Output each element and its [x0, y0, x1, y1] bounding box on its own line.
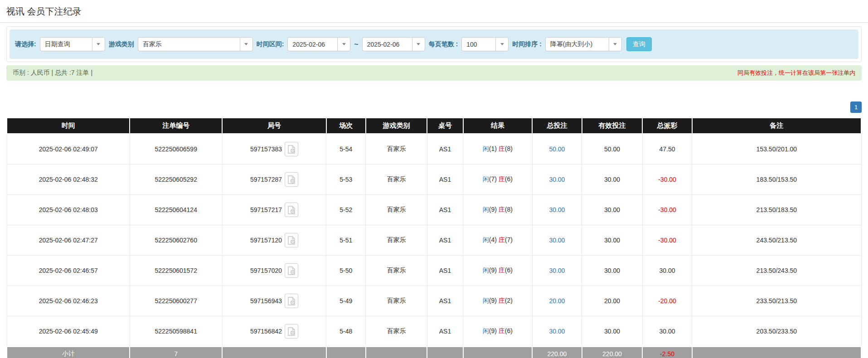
bet-time: 2025-02-06 02:49:07 — [7, 134, 130, 164]
subtotal-label: 小计 — [7, 347, 130, 358]
content: 请选择: 游戏类别 时间区间: ~ 每页笔数 : — [0, 26, 868, 358]
page-size-dropdown-button[interactable] — [495, 37, 509, 51]
session: 5-50 — [326, 256, 366, 286]
round-id: 597156943 — [250, 297, 282, 305]
total-bet-link[interactable]: 30.00 — [549, 237, 565, 244]
caret-down-icon — [97, 43, 100, 45]
table-body: 2025-02-06 02:49:07 522250606599 5971573… — [7, 134, 861, 347]
round-cell: 597157287 — [222, 164, 326, 195]
result-banker-label: 庄 — [499, 206, 505, 213]
table-number: AS1 — [427, 195, 463, 225]
remark: 183.50/153.50 — [692, 164, 861, 195]
game-type-dropdown-button[interactable] — [240, 37, 253, 51]
sort-dropdown-button[interactable] — [609, 37, 622, 51]
total-bet-cell: 20.00 — [532, 286, 582, 316]
caret-down-icon — [417, 43, 420, 45]
subtotal-count: 7 — [130, 347, 222, 358]
result-cell: 闲(9) 庄(8) — [463, 195, 533, 225]
result-player-value: (9) — [489, 206, 497, 213]
session: 5-52 — [326, 195, 366, 225]
table-row: 2025-02-06 02:48:32 522250605292 5971572… — [7, 164, 861, 195]
date-from-dropdown-button[interactable] — [337, 37, 350, 51]
game-type: 百家乐 — [366, 256, 427, 286]
caret-down-icon — [613, 43, 617, 45]
subtotal-payout: -2.50 — [642, 347, 692, 358]
table-header-row: 时间注单编号局号场次游戏类别桌号结果总投注有效投注总派彩备注 — [7, 118, 861, 134]
total-bet-cell: 30.00 — [532, 225, 582, 256]
payout: -30.00 — [642, 164, 692, 195]
page-size-combo — [461, 37, 509, 51]
payout: 30.00 — [642, 316, 692, 347]
session: 5-48 — [326, 316, 366, 347]
session: 5-49 — [326, 286, 366, 316]
result-player-label: 闲 — [483, 175, 489, 183]
total-bet-link[interactable]: 20.00 — [549, 297, 565, 305]
valid-bet: 30.00 — [582, 316, 643, 347]
game-type-combo — [138, 37, 253, 51]
bet-time: 2025-02-06 02:47:27 — [7, 225, 130, 256]
total-bet-link[interactable]: 30.00 — [549, 206, 565, 213]
valid-bet: 30.00 — [582, 195, 643, 225]
result-cell: 闲(7) 庄(6) — [463, 164, 533, 195]
valid-bet: 20.00 — [582, 286, 643, 316]
round-id: 597156842 — [250, 328, 282, 335]
summary-bar: 币别 : 人民币 | 总共 :7 注单 | 同局有效投注，统一计算在该局第一张注… — [6, 65, 862, 81]
video-file-icon[interactable] — [285, 324, 298, 339]
result-cell: 闲(1) 庄(8) — [463, 134, 533, 164]
bet-time: 2025-02-06 02:45:49 — [7, 316, 130, 347]
date-range-separator: ~ — [354, 40, 358, 48]
session: 5-54 — [326, 134, 366, 164]
query-type-dropdown-button[interactable] — [92, 37, 105, 51]
payout: -30.00 — [642, 195, 692, 225]
round-id: 597157020 — [250, 267, 282, 274]
table-number: AS1 — [427, 225, 463, 256]
video-file-icon[interactable] — [285, 263, 298, 278]
page-size-input[interactable] — [461, 37, 495, 51]
valid-bet: 50.00 — [582, 134, 643, 164]
bet-id: 522250606599 — [130, 134, 222, 164]
table-number: AS1 — [427, 316, 463, 347]
query-type-combo — [40, 37, 105, 51]
caret-down-icon — [342, 43, 346, 45]
date-to-dropdown-button[interactable] — [412, 37, 425, 51]
total-bet-link[interactable]: 30.00 — [549, 267, 565, 274]
video-file-icon[interactable] — [285, 233, 298, 247]
currency-total-text: 币别 : 人民币 | 总共 :7 注单 | — [13, 69, 92, 77]
bet-time: 2025-02-06 02:46:57 — [7, 256, 130, 286]
result-player-value: (9) — [489, 327, 497, 334]
round-cell: 597157217 — [222, 195, 326, 225]
valid-bet: 30.00 — [582, 256, 643, 286]
result-player-label: 闲 — [483, 145, 489, 152]
round-id: 597157120 — [250, 237, 282, 244]
table-row: 2025-02-06 02:45:49 522250598841 5971568… — [7, 316, 861, 347]
game-type: 百家乐 — [366, 134, 427, 164]
total-bet-link[interactable]: 30.00 — [549, 328, 565, 335]
round-cell: 597156943 — [222, 286, 326, 316]
valid-bet: 30.00 — [582, 164, 643, 195]
query-type-input[interactable] — [40, 37, 92, 51]
result-cell: 闲(4) 庄(7) — [463, 225, 533, 256]
result-player-value: (9) — [489, 297, 497, 304]
bet-id: 522250598841 — [130, 316, 222, 347]
game-type: 百家乐 — [366, 286, 427, 316]
video-file-icon[interactable] — [285, 172, 298, 187]
column-header: 时间 — [7, 118, 130, 134]
total-bet-link[interactable]: 50.00 — [549, 145, 565, 153]
round-cell: 597157020 — [222, 256, 326, 286]
video-file-icon[interactable] — [285, 294, 298, 308]
video-file-icon[interactable] — [285, 142, 298, 156]
date-to-input[interactable] — [362, 37, 412, 51]
total-bet-cell: 30.00 — [532, 195, 582, 225]
page-button-1[interactable]: 1 — [850, 102, 862, 113]
page-header: 视讯 会员下注纪录 — [0, 0, 868, 23]
result-banker-label: 庄 — [499, 236, 505, 243]
video-file-icon[interactable] — [285, 203, 298, 217]
search-button[interactable]: 查询 — [626, 37, 652, 51]
game-type-input[interactable] — [138, 37, 240, 51]
sort-input[interactable] — [545, 37, 609, 51]
total-bet-cell: 30.00 — [532, 164, 582, 195]
date-from-input[interactable] — [287, 37, 337, 51]
result-cell: 闲(9) 庄(6) — [463, 316, 533, 347]
total-bet-link[interactable]: 30.00 — [549, 176, 565, 183]
result-banker-value: (6) — [505, 327, 513, 334]
